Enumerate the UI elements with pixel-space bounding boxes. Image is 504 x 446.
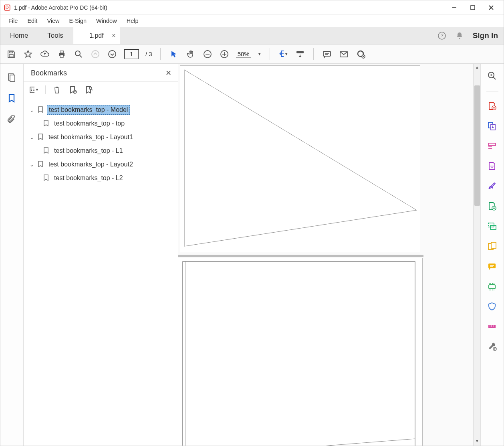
comment-icon[interactable] <box>322 49 332 59</box>
svg-rect-2 <box>471 6 475 10</box>
bookmark-item[interactable]: test bookmarks_top - L2 <box>27 171 175 185</box>
svg-rect-75 <box>488 325 496 328</box>
page-total-label: / 3 <box>145 51 152 57</box>
scroll-up-icon[interactable]: ▴ <box>474 65 480 72</box>
svg-point-13 <box>75 51 80 56</box>
tab-tools[interactable]: Tools <box>38 27 73 44</box>
toolbar-separator <box>313 48 314 60</box>
zoom-level[interactable]: 50% <box>236 51 251 58</box>
cloud-upload-icon[interactable] <box>40 49 50 59</box>
bookmark-item[interactable]: test bookmarks_top - top <box>27 117 175 130</box>
scroll-mode-icon[interactable] <box>295 49 305 59</box>
menu-bar: File Edit View E-Sign Window Help <box>0 15 504 27</box>
bookmark-label[interactable]: test bookmarks_top - L1 <box>52 146 125 155</box>
measure-icon[interactable] <box>487 322 498 332</box>
svg-rect-68 <box>491 242 496 248</box>
bookmark-icon <box>43 147 50 154</box>
bookmark-item[interactable]: ⌄ test bookmarks_top - Layout2 <box>27 158 175 171</box>
edit-pdf-icon[interactable] <box>487 141 498 152</box>
scan-ocr-icon[interactable] <box>487 282 498 292</box>
more-tools-icon[interactable] <box>487 342 498 352</box>
search-tool-icon[interactable] <box>487 71 498 81</box>
thumbnails-icon[interactable] <box>7 73 17 83</box>
svg-line-43 <box>91 89 93 90</box>
bookmark-label[interactable]: test bookmarks_top - Model <box>47 105 130 115</box>
svg-point-36 <box>31 90 32 91</box>
zoom-dropdown-icon[interactable]: ▼ <box>258 52 262 56</box>
send-comments-icon[interactable] <box>487 221 498 232</box>
document-view[interactable]: ▴ ▾ <box>178 64 480 446</box>
find-icon[interactable] <box>73 49 84 59</box>
star-icon[interactable] <box>23 49 33 59</box>
menu-window[interactable]: Window <box>92 16 121 26</box>
minimize-button[interactable] <box>445 1 464 14</box>
close-button[interactable] <box>482 1 500 14</box>
page-up-icon <box>90 49 101 59</box>
print-icon[interactable] <box>56 49 67 59</box>
chevron-down-icon[interactable]: ⌄ <box>28 134 35 140</box>
bookmark-label[interactable]: test bookmarks_top - Layout1 <box>47 133 135 142</box>
page-down-icon[interactable] <box>107 49 117 59</box>
svg-rect-34 <box>30 87 34 93</box>
bookmark-label[interactable]: test bookmarks_top - top <box>52 119 126 128</box>
mail-icon[interactable] <box>339 49 349 59</box>
tab-close-icon[interactable]: × <box>112 32 115 39</box>
menu-help[interactable]: Help <box>123 16 143 26</box>
new-bookmark-icon[interactable] <box>68 85 78 95</box>
zoom-out-icon[interactable] <box>202 49 213 59</box>
tab-home[interactable]: Home <box>0 27 38 44</box>
bookmark-item[interactable]: ⌄ test bookmarks_top - Model <box>27 103 175 117</box>
main-toolbar: / 3 50% ▼ ▼ <box>0 45 504 64</box>
export-pdf-icon[interactable] <box>487 161 498 172</box>
menu-esign[interactable]: E-Sign <box>65 16 91 26</box>
help-icon[interactable]: ? <box>437 31 446 40</box>
protect-icon[interactable] <box>487 302 498 312</box>
scrollbar-thumb[interactable] <box>474 85 480 206</box>
toolbar-separator <box>270 48 270 60</box>
bookmarks-panel: Bookmarks ✕ ▼ ⌄ test bookmarks_top - Mod… <box>24 64 178 446</box>
sign-in-button[interactable]: Sign In <box>473 31 498 40</box>
bookmark-icon <box>37 134 44 141</box>
find-bookmark-icon[interactable] <box>84 85 94 95</box>
page-gap <box>178 255 423 257</box>
bell-icon[interactable] <box>455 31 464 40</box>
scroll-down-icon[interactable]: ▾ <box>474 438 480 446</box>
organize-pages-icon[interactable] <box>487 201 498 212</box>
bookmark-label[interactable]: test bookmarks_top - Layout2 <box>47 160 135 169</box>
hand-tool-icon[interactable] <box>185 49 196 59</box>
menu-view[interactable]: View <box>43 16 63 26</box>
compare-icon[interactable] <box>487 241 498 252</box>
zoom-in-icon[interactable] <box>219 49 230 59</box>
attachments-icon[interactable] <box>7 114 17 125</box>
pdf-page <box>180 65 420 253</box>
comment-tool-icon[interactable] <box>487 262 498 272</box>
bookmark-item[interactable]: ⌄ test bookmarks_top - Layout1 <box>27 130 175 144</box>
vertical-scrollbar[interactable]: ▴ ▾ <box>473 64 480 446</box>
main-area: Bookmarks ✕ ▼ ⌄ test bookmarks_top - Mod… <box>0 64 504 446</box>
menu-file[interactable]: File <box>4 16 22 26</box>
svg-rect-12 <box>60 55 63 57</box>
bookmark-label[interactable]: test bookmarks_top - L2 <box>52 174 125 182</box>
tab-document[interactable]: 1.pdf × <box>73 27 120 44</box>
menu-edit[interactable]: Edit <box>23 16 41 26</box>
maximize-button[interactable] <box>464 1 482 14</box>
combine-files-icon[interactable] <box>487 121 498 132</box>
select-tool-icon[interactable] <box>169 49 179 59</box>
bookmarks-tree: ⌄ test bookmarks_top - Model test bookma… <box>24 98 178 190</box>
save-icon[interactable] <box>6 49 16 59</box>
page-number-input[interactable] <box>124 49 139 59</box>
bookmarks-icon[interactable] <box>7 93 17 104</box>
tab-bar: Home Tools 1.pdf × ? Sign In <box>0 27 504 45</box>
svg-point-59 <box>491 167 492 168</box>
bookmark-options-icon[interactable]: ▼ <box>29 85 39 95</box>
fit-width-icon[interactable]: ▼ <box>278 49 288 59</box>
chevron-down-icon[interactable]: ⌄ <box>28 107 35 113</box>
fill-sign-icon[interactable] <box>487 181 498 192</box>
create-pdf-icon[interactable] <box>487 101 498 112</box>
bookmarks-close-icon[interactable]: ✕ <box>165 69 171 77</box>
delete-bookmark-icon[interactable] <box>52 85 62 95</box>
chevron-down-icon[interactable]: ⌄ <box>28 162 35 168</box>
share-icon[interactable] <box>355 49 366 59</box>
bookmark-item[interactable]: test bookmarks_top - L1 <box>27 144 175 158</box>
svg-rect-11 <box>60 51 63 53</box>
